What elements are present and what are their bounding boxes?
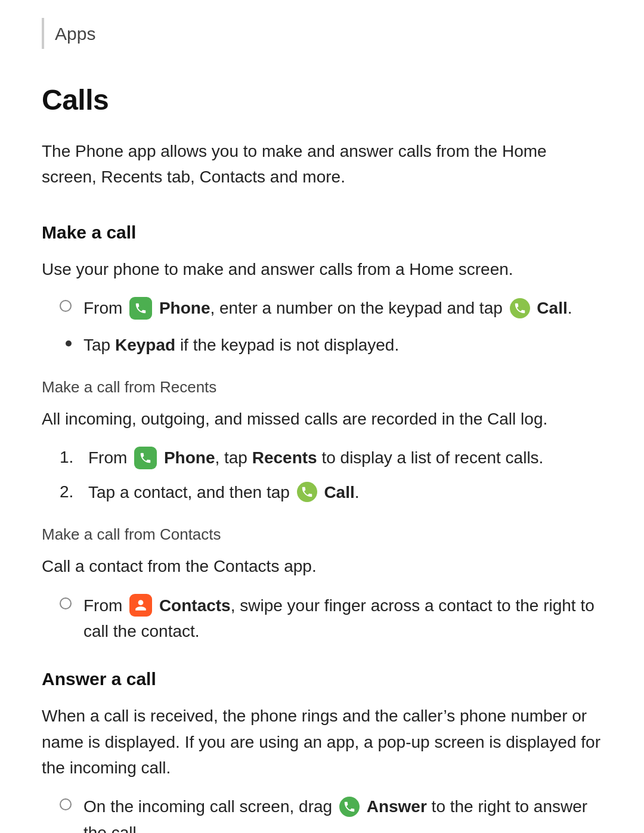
- contacts-bullets: From Contacts, swipe your finger across …: [42, 593, 602, 645]
- call-icon: [510, 298, 530, 318]
- answer-drag-icon: [339, 797, 360, 817]
- step2-content: Tap a contact, and then tap Call.: [88, 479, 602, 505]
- step2-call: Call: [324, 483, 354, 501]
- sub-bullet-pre: Tap: [83, 336, 110, 354]
- breadcrumb-divider: [42, 18, 44, 49]
- bullet-circle: [60, 300, 72, 312]
- make-a-call-section: Make a call Use your phone to make and a…: [42, 219, 602, 645]
- bullet-item-answer: On the incoming call screen, drag Answer…: [42, 794, 602, 833]
- sub-bullet-bold: Keypad: [115, 336, 175, 354]
- recents-desc: All incoming, outgoing, and missed calls…: [42, 406, 602, 432]
- bullet-phone-content: From Phone, enter a number on the keypad…: [83, 295, 602, 321]
- answer-a-call-section: Answer a call When a call is received, t…: [42, 665, 602, 833]
- answer-a-call-description: When a call is received, the phone rings…: [42, 703, 602, 781]
- answer-a-call-heading: Answer a call: [42, 665, 602, 692]
- bullet1-period: .: [568, 299, 572, 317]
- bullet-item-phone: From Phone, enter a number on the keypad…: [42, 295, 602, 321]
- answer-bullets: On the incoming call screen, drag Answer…: [42, 794, 602, 833]
- page-title: Calls: [42, 79, 602, 122]
- recents-steps: 1. From Phone, tap Recents to display a …: [42, 445, 602, 505]
- bullet-circle-contacts: [60, 597, 72, 609]
- sub-bullet-post: if the keypad is not displayed.: [180, 336, 399, 354]
- make-call-bullets: From Phone, enter a number on the keypad…: [42, 295, 602, 321]
- sub-bullet-dot: [66, 340, 72, 346]
- call-icon-step2: [297, 482, 317, 502]
- step1-number: 1.: [60, 445, 79, 470]
- step1-content: From Phone, tap Recents to display a lis…: [88, 445, 602, 470]
- recents-step2: 2. Tap a contact, and then tap Call.: [42, 479, 602, 505]
- page-container: Apps Calls The Phone app allows you to m…: [0, 0, 644, 833]
- sub-bullet-content: Tap Keypad if the keypad is not displaye…: [83, 332, 602, 358]
- bullet1-pre: From: [83, 299, 122, 317]
- step1-app: Phone: [164, 448, 215, 467]
- breadcrumb: Apps: [42, 18, 602, 49]
- answer-label: Answer: [367, 797, 427, 816]
- recents-step1: 1. From Phone, tap Recents to display a …: [42, 445, 602, 470]
- bullet-contacts-content: From Contacts, swipe your finger across …: [83, 593, 602, 645]
- sub-bullet-keypad: Tap Keypad if the keypad is not displaye…: [66, 332, 602, 358]
- step1-recents: Recents: [252, 448, 317, 467]
- intro-text: The Phone app allows you to make and ans…: [42, 138, 602, 190]
- bullet1-app: Phone: [159, 299, 210, 317]
- sub-bullet-list: Tap Keypad if the keypad is not displaye…: [66, 332, 602, 358]
- recents-label: Make a call from Recents: [42, 376, 602, 399]
- make-a-call-heading: Make a call: [42, 219, 602, 246]
- contacts-label: Make a call from Contacts: [42, 523, 602, 546]
- bullet-circle-answer: [60, 798, 72, 810]
- step2-number: 2.: [60, 479, 79, 504]
- bullet1-call: Call: [537, 299, 567, 317]
- contacts-app-icon: [129, 594, 152, 617]
- contacts-desc: Call a contact from the Contacts app.: [42, 553, 602, 579]
- breadcrumb-text: Apps: [55, 20, 95, 47]
- contacts-app-label: Contacts: [159, 596, 231, 615]
- bullet-answer-content: On the incoming call screen, drag Answer…: [83, 794, 602, 833]
- phone-icon-recents: [134, 447, 157, 469]
- bullet-item-contacts: From Contacts, swipe your finger across …: [42, 593, 602, 645]
- make-a-call-description: Use your phone to make and answer calls …: [42, 256, 602, 282]
- phone-app-icon: [129, 297, 152, 320]
